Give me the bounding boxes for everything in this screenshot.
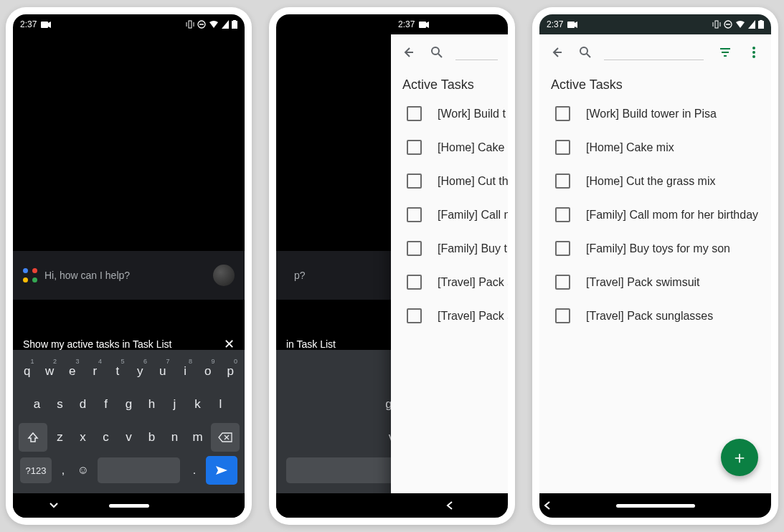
key-z[interactable]: z: [50, 423, 70, 452]
back-button[interactable]: [394, 38, 422, 67]
task-row[interactable]: [Family] Call mom for her birthday: [539, 198, 771, 232]
task-row[interactable]: [Family] Call m: [391, 198, 508, 232]
nav-back-icon[interactable]: [543, 501, 552, 510]
key-u[interactable]: u7: [153, 357, 173, 386]
vibrate-icon: [186, 20, 194, 29]
key-b[interactable]: b: [142, 423, 162, 452]
key-a[interactable]: a: [27, 390, 47, 419]
spacebar[interactable]: [98, 457, 180, 483]
task-label: [Home] Cut th: [438, 175, 508, 188]
key-c[interactable]: c: [96, 423, 116, 452]
key-f[interactable]: f: [96, 390, 116, 419]
key-n[interactable]: n: [165, 423, 185, 452]
key-o[interactable]: o9: [198, 357, 218, 386]
task-checkbox[interactable]: [555, 106, 570, 121]
search-icon[interactable]: [422, 38, 451, 67]
svg-line-21: [438, 54, 442, 57]
task-row[interactable]: [Home] Cut the grass mix: [539, 164, 771, 198]
app-bar: [539, 34, 771, 70]
key-p[interactable]: p0: [221, 357, 241, 386]
svg-rect-0: [41, 22, 48, 28]
task-checkbox[interactable]: [407, 275, 422, 290]
key-m[interactable]: m: [188, 423, 208, 452]
svg-rect-22: [567, 22, 575, 28]
symbols-key[interactable]: ?123: [20, 457, 52, 483]
task-label: [Family] Buy t: [438, 242, 507, 255]
status-icons: [712, 20, 764, 29]
task-checkbox[interactable]: [407, 308, 422, 323]
svg-point-36: [752, 51, 755, 54]
status-bar: 2:37: [391, 14, 508, 34]
task-list: [Work] Build t[Home] Cake[Home] Cut th[F…: [391, 97, 508, 333]
task-checkbox[interactable]: [555, 275, 570, 290]
back-button[interactable]: [542, 38, 571, 67]
search-input[interactable]: [455, 45, 498, 60]
key-q[interactable]: q1: [17, 357, 37, 386]
task-checkbox[interactable]: [407, 140, 422, 155]
key-e[interactable]: e3: [62, 357, 82, 386]
key-l[interactable]: l: [211, 390, 231, 419]
home-pill[interactable]: [109, 504, 149, 508]
screen: 2:37 Hi, how can I help: [13, 14, 245, 518]
task-checkbox[interactable]: [555, 308, 570, 323]
task-row[interactable]: [Work] Build t: [391, 97, 508, 130]
key-r[interactable]: r4: [85, 357, 105, 386]
svg-line-31: [587, 54, 590, 57]
key-h[interactable]: h: [142, 390, 162, 419]
key-v[interactable]: v: [119, 423, 139, 452]
nav-down-icon[interactable]: [49, 502, 59, 509]
assistant-greeting-partial: p?: [294, 270, 306, 281]
task-checkbox[interactable]: [407, 174, 422, 189]
task-row[interactable]: [Home] Cake: [391, 130, 508, 164]
key-j[interactable]: j: [165, 390, 185, 419]
assistant-greeting: Hi, how can I help?: [44, 270, 130, 281]
task-row[interactable]: [Travel] Pack s: [391, 265, 508, 299]
task-row[interactable]: [Travel] Pack swimsuit: [539, 265, 771, 299]
keyboard[interactable]: q1w2e3r4t5y6u7i8o9p0 asdfghjkl zxcvbnm ?…: [13, 350, 245, 493]
key-i[interactable]: i8: [176, 357, 196, 386]
task-row[interactable]: [Family] Buy t: [391, 232, 508, 265]
svg-point-35: [752, 47, 755, 49]
key-y[interactable]: y6: [131, 357, 151, 386]
tasks-app: Active Tasks [Work] Build tower in Pisa[…: [539, 34, 771, 493]
key-s[interactable]: s: [50, 390, 70, 419]
home-pill[interactable]: [616, 504, 695, 508]
key-x[interactable]: x: [73, 423, 93, 452]
backspace-key[interactable]: [211, 423, 240, 452]
phone-tasks: 2:37: [532, 7, 778, 525]
shift-key[interactable]: [19, 423, 47, 452]
search-icon[interactable]: [571, 38, 600, 67]
key-k[interactable]: k: [188, 390, 208, 419]
task-row[interactable]: [Family] Buy toys for my son: [539, 232, 771, 265]
camera-icon: [41, 22, 51, 28]
task-checkbox[interactable]: [555, 207, 570, 222]
emoji-key[interactable]: ☺: [73, 457, 93, 483]
period-key[interactable]: .: [184, 457, 204, 483]
key-t[interactable]: t5: [108, 357, 128, 386]
key-w[interactable]: w2: [40, 357, 60, 386]
comma-key[interactable]: ,: [53, 457, 73, 483]
send-key[interactable]: [206, 456, 237, 485]
task-row[interactable]: [Travel] Pack sunglasses: [539, 299, 771, 333]
task-checkbox[interactable]: [407, 106, 422, 121]
task-row[interactable]: [Home] Cut th: [391, 164, 508, 198]
overflow-menu-icon[interactable]: [740, 38, 768, 67]
task-checkbox[interactable]: [407, 207, 422, 222]
task-checkbox[interactable]: [555, 140, 570, 155]
task-label: [Work] Build t: [438, 108, 506, 120]
screen: 2:37: [539, 14, 771, 518]
task-row[interactable]: [Work] Build tower in Pisa: [539, 97, 771, 130]
task-checkbox[interactable]: [555, 174, 570, 189]
task-row[interactable]: [Travel] Pack s: [391, 299, 508, 333]
nav-back-icon[interactable]: [445, 501, 454, 510]
search-input[interactable]: [604, 45, 704, 60]
key-g[interactable]: g: [119, 390, 139, 419]
add-task-fab[interactable]: ＋: [721, 439, 758, 476]
key-d[interactable]: d: [73, 390, 93, 419]
filter-icon[interactable]: [711, 38, 740, 67]
task-checkbox[interactable]: [407, 241, 422, 256]
task-checkbox[interactable]: [555, 241, 570, 256]
avatar[interactable]: [213, 265, 235, 286]
tasks-heading: Active Tasks: [539, 70, 771, 97]
task-row[interactable]: [Home] Cake mix: [539, 130, 771, 164]
